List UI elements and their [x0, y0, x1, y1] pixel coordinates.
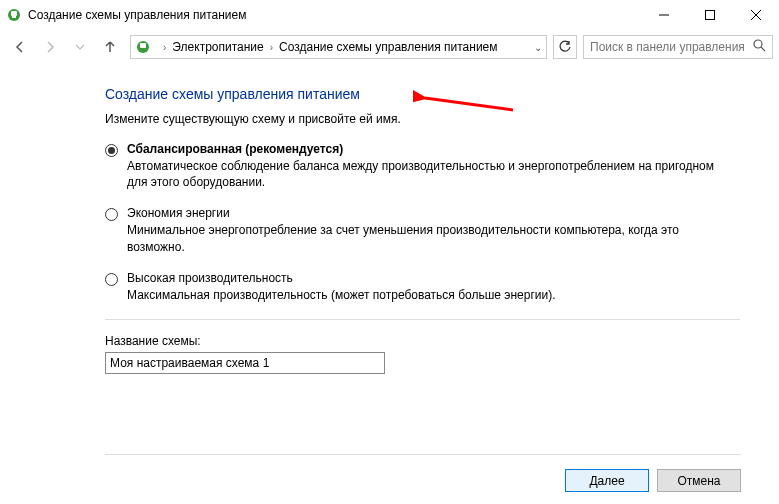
chevron-right-icon: › — [157, 42, 172, 53]
toolbar: › Электропитание › Создание схемы управл… — [0, 30, 779, 64]
recent-locations-button[interactable] — [66, 33, 94, 61]
minimize-button[interactable] — [641, 0, 687, 30]
breadcrumb-item[interactable]: Электропитание — [172, 40, 263, 54]
option-desc: Минимальное энергопотребление за счет ум… — [127, 222, 727, 254]
radio-option-powersaver[interactable]: Экономия энергии Минимальное энергопотре… — [105, 206, 740, 254]
cancel-button[interactable]: Отмена — [657, 469, 741, 492]
option-desc: Автоматическое соблюдение баланса между … — [127, 158, 727, 190]
search-input[interactable]: Поиск в панели управления — [583, 35, 773, 59]
svg-rect-1 — [11, 11, 17, 16]
chevron-right-icon: › — [264, 42, 279, 53]
breadcrumb-dropdown-icon[interactable]: ⌄ — [534, 42, 542, 53]
radio-option-balanced[interactable]: Сбалансированная (рекомендуется) Автомат… — [105, 142, 740, 190]
svg-line-10 — [761, 47, 765, 51]
breadcrumb[interactable]: › Электропитание › Создание схемы управл… — [130, 35, 547, 59]
radio-icon[interactable] — [105, 273, 118, 286]
svg-rect-4 — [706, 11, 715, 20]
svg-point-9 — [754, 40, 762, 48]
close-button[interactable] — [733, 0, 779, 30]
divider — [105, 319, 740, 320]
page-subtitle: Измените существующую схему и присвойте … — [105, 112, 740, 126]
power-options-icon — [135, 39, 151, 55]
content: Создание схемы управления питанием Измен… — [0, 64, 740, 374]
option-desc: Максимальная производительность (может п… — [127, 287, 727, 303]
footer: Далее Отмена — [0, 440, 779, 492]
search-icon[interactable] — [753, 39, 766, 55]
radio-icon[interactable] — [105, 144, 118, 157]
radio-option-highperf[interactable]: Высокая производительность Максимальная … — [105, 271, 740, 303]
forward-button[interactable] — [36, 33, 64, 61]
window-title: Создание схемы управления питанием — [28, 8, 246, 22]
next-button[interactable]: Далее — [565, 469, 649, 492]
window-controls — [641, 0, 779, 30]
option-title: Высокая производительность — [127, 271, 740, 285]
radio-icon[interactable] — [105, 208, 118, 221]
option-title: Сбалансированная (рекомендуется) — [127, 142, 740, 156]
refresh-button[interactable] — [553, 35, 577, 59]
search-placeholder: Поиск в панели управления — [590, 40, 753, 54]
plan-name-input[interactable] — [105, 352, 385, 374]
svg-rect-8 — [140, 43, 146, 48]
page-heading: Создание схемы управления питанием — [105, 86, 740, 102]
divider — [105, 454, 741, 455]
svg-rect-2 — [12, 16, 16, 18]
option-title: Экономия энергии — [127, 206, 740, 220]
plan-name-label: Название схемы: — [105, 334, 740, 348]
back-button[interactable] — [6, 33, 34, 61]
up-button[interactable] — [96, 33, 124, 61]
maximize-button[interactable] — [687, 0, 733, 30]
power-options-icon — [6, 7, 22, 23]
breadcrumb-item[interactable]: Создание схемы управления питанием — [279, 40, 497, 54]
titlebar: Создание схемы управления питанием — [0, 0, 779, 30]
